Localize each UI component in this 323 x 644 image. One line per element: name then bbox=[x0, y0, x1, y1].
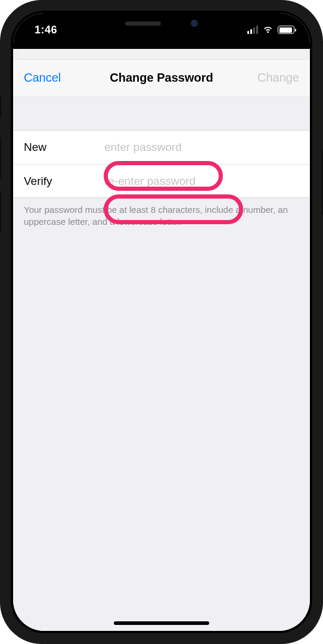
verify-password-label: Verify bbox=[24, 175, 104, 188]
change-button[interactable]: Change bbox=[249, 71, 299, 85]
cancel-button[interactable]: Cancel bbox=[24, 71, 74, 85]
home-indicator[interactable] bbox=[114, 621, 209, 625]
new-password-label: New bbox=[24, 141, 104, 154]
cellular-icon bbox=[247, 26, 259, 34]
wifi-icon bbox=[262, 26, 274, 34]
screen: 1:46 Cancel Change Password Change bbox=[13, 13, 310, 631]
verify-password-row: Verify bbox=[13, 164, 310, 197]
new-password-input[interactable] bbox=[104, 141, 299, 154]
notch bbox=[93, 13, 230, 33]
phone-frame: 1:46 Cancel Change Password Change bbox=[0, 0, 323, 644]
page-title: Change Password bbox=[74, 71, 249, 85]
navigation-bar: Cancel Change Password Change bbox=[13, 60, 310, 97]
volume-down-button bbox=[0, 191, 1, 233]
volume-up-button bbox=[0, 137, 1, 179]
verify-password-input[interactable] bbox=[104, 175, 299, 188]
status-time: 1:46 bbox=[35, 20, 57, 36]
speaker-grille bbox=[125, 21, 161, 26]
password-requirements-hint: Your password must be at least 8 charact… bbox=[13, 198, 310, 228]
silence-switch bbox=[0, 95, 1, 117]
battery-icon bbox=[278, 26, 294, 34]
new-password-row: New bbox=[13, 131, 310, 164]
password-form: New Verify bbox=[13, 130, 310, 198]
content-area: New Verify Your password must be at leas… bbox=[13, 130, 310, 631]
front-camera bbox=[191, 20, 198, 27]
sheet-background-card bbox=[17, 49, 306, 60]
